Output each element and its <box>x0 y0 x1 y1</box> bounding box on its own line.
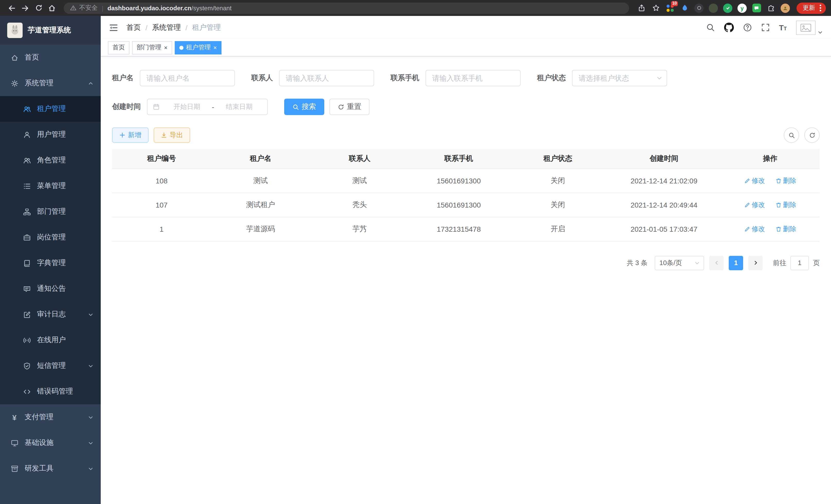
avatar-broken-image-icon <box>796 20 815 35</box>
filter-contact: 联系人 <box>251 70 374 86</box>
cell-tenant-id: 108 <box>112 169 211 192</box>
header-search-icon[interactable] <box>706 23 715 32</box>
goto-page-input[interactable] <box>791 256 809 270</box>
top-navbar: 首页 / 系统管理 / 租户管理 TT <box>101 16 831 39</box>
monitor-icon <box>10 439 19 447</box>
export-button[interactable]: 导出 <box>154 127 190 143</box>
active-tab-dot <box>179 46 183 50</box>
sidebar-item-posts[interactable]: 岗位管理 <box>0 225 101 250</box>
sidebar-item-roles[interactable]: 角色管理 <box>0 147 101 173</box>
extension-dark-ring-icon[interactable] <box>693 2 705 13</box>
reset-button[interactable]: 重置 <box>329 99 370 115</box>
sidebar-item-error-codes[interactable]: 错误码管理 <box>0 379 101 404</box>
sidebar-item-system[interactable]: 系统管理 <box>0 70 101 96</box>
breadcrumb-system[interactable]: 系统管理 <box>152 23 181 32</box>
address-bar[interactable]: 不安全 | dashboard.yudao.iocoder.cn /system… <box>64 2 629 13</box>
sidebar-item-label: 字典管理 <box>37 259 66 268</box>
cell-contact: 测试 <box>310 169 409 192</box>
extension-dark-olive-icon[interactable] <box>708 2 719 13</box>
sidebar-item-tenant[interactable]: 租户管理 <box>0 96 101 122</box>
sidebar-item-dictionary[interactable]: 字典管理 <box>0 250 101 276</box>
refresh-table-icon[interactable] <box>804 127 820 143</box>
chevron-down-icon <box>656 75 662 81</box>
breadcrumb-home[interactable]: 首页 <box>126 23 141 32</box>
browser-refresh-button[interactable] <box>32 1 45 14</box>
delete-button[interactable]: 删除 <box>775 224 796 234</box>
sidebar-item-notices[interactable]: 通知公告 <box>0 276 101 302</box>
chevron-down-icon <box>88 312 93 317</box>
page-number-1[interactable]: 1 <box>729 256 743 270</box>
tab-close-icon[interactable]: × <box>213 45 217 51</box>
tab-home[interactable]: 首页 <box>108 41 130 54</box>
github-icon[interactable] <box>724 23 734 32</box>
font-size-icon[interactable]: TT <box>779 24 787 31</box>
browser-menu-icon[interactable] <box>818 5 823 11</box>
app-logo[interactable]: 芋道管理系统 <box>0 16 101 45</box>
edit-button[interactable]: 修改 <box>744 224 765 234</box>
delete-button[interactable]: 删除 <box>775 200 796 209</box>
search-button[interactable]: 搜索 <box>284 99 324 115</box>
sidebar-item-label: 岗位管理 <box>37 233 66 242</box>
start-date-placeholder: 开始日期 <box>164 102 210 112</box>
delete-button[interactable]: 删除 <box>775 176 796 185</box>
sidebar-item-departments[interactable]: 部门管理 <box>0 199 101 225</box>
col-contact: 联系人 <box>310 149 409 169</box>
bookmark-star-icon[interactable] <box>650 2 661 13</box>
sidebar-item-audit-log[interactable]: 审计日志 <box>0 302 101 327</box>
page-content: 租户名 联系人 联系手机 租户状态 <box>101 57 831 504</box>
sidebar-item-dev-tools[interactable]: 研发工具 <box>0 456 101 481</box>
tenant-name-input[interactable] <box>140 70 235 86</box>
status-label: 租户状态 <box>537 73 566 83</box>
table-toolbar: 新增 导出 <box>112 127 820 143</box>
chrome-update-button[interactable]: 更新 <box>797 2 826 13</box>
date-range-picker[interactable]: 开始日期 - 结束日期 <box>147 99 268 115</box>
sidebar-item-payment[interactable]: ¥ 支付管理 <box>0 404 101 430</box>
share-icon[interactable] <box>636 2 647 13</box>
sidebar-item-infrastructure[interactable]: 基础设施 <box>0 430 101 456</box>
omnibox-divider: | <box>102 4 103 11</box>
help-icon[interactable] <box>743 23 752 32</box>
filter-create-time: 创建时间 开始日期 - 结束日期 <box>112 99 268 115</box>
announcement-icon <box>23 285 31 293</box>
browser-home-button[interactable] <box>45 1 59 14</box>
table-row: 108 测试 测试 15601691300 关闭 2021-12-14 21:0… <box>112 169 820 192</box>
fullscreen-icon[interactable] <box>761 23 770 32</box>
prev-page-button[interactable] <box>709 256 724 270</box>
breadcrumb-current: 租户管理 <box>192 23 221 32</box>
sidebar-item-menus[interactable]: 菜单管理 <box>0 173 101 199</box>
menu-list-icon <box>23 182 31 190</box>
status-select-input[interactable] <box>572 70 667 86</box>
sidebar-item-online-users[interactable]: 在线用户 <box>0 327 101 353</box>
sidebar-item-sms[interactable]: 短信管理 <box>0 353 101 379</box>
cell-phone: 15601691300 <box>409 169 509 192</box>
calendar-icon <box>153 103 160 111</box>
phone-input[interactable] <box>426 70 521 86</box>
edit-button[interactable]: 修改 <box>744 176 765 185</box>
extension-dots-badge-icon[interactable]: 10 <box>664 2 676 13</box>
extension-blue-drop-icon[interactable] <box>679 2 690 13</box>
edit-button[interactable]: 修改 <box>744 200 765 209</box>
extension-y-circle-icon[interactable]: y <box>737 2 748 13</box>
browser-forward-button[interactable] <box>19 1 32 14</box>
next-page-button[interactable] <box>748 256 763 270</box>
user-icon <box>23 131 31 139</box>
sidebar-collapse-icon[interactable] <box>109 23 118 32</box>
sidebar-item-users[interactable]: 用户管理 <box>0 122 101 147</box>
contact-input[interactable] <box>279 70 374 86</box>
url-host: dashboard.yudao.iocoder.cn <box>107 4 192 11</box>
profile-avatar-icon[interactable] <box>780 2 791 13</box>
add-button[interactable]: 新增 <box>112 127 148 143</box>
tab-tenant[interactable]: 租户管理 × <box>175 41 222 54</box>
sidebar-item-home[interactable]: 首页 <box>0 45 101 70</box>
extension-green-circle-icon[interactable] <box>722 2 733 13</box>
page-size-value: 10条/页 <box>659 258 682 267</box>
extension-green-chat-icon[interactable] <box>751 2 762 13</box>
tab-departments[interactable]: 部门管理 × <box>132 41 172 54</box>
browser-back-button[interactable] <box>5 1 19 14</box>
toggle-search-icon[interactable] <box>784 127 799 143</box>
status-select[interactable] <box>572 70 667 86</box>
tab-close-icon[interactable]: × <box>164 45 168 51</box>
extensions-puzzle-icon[interactable] <box>765 2 776 13</box>
page-size-select[interactable]: 10条/页 <box>655 256 704 270</box>
user-avatar[interactable] <box>796 20 823 35</box>
